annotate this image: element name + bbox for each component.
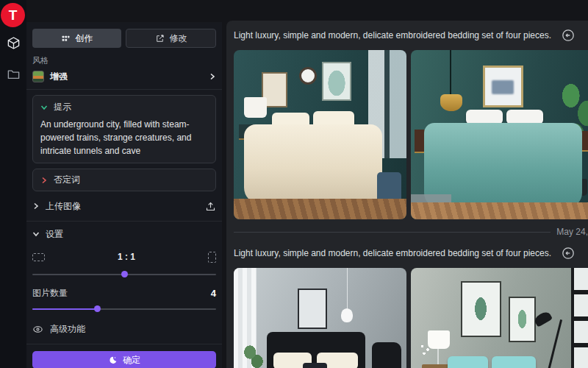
divider: [26, 221, 222, 222]
image-count-value: 4: [211, 288, 216, 299]
chevron-down-icon: [32, 230, 40, 238]
models-cube-icon[interactable]: [6, 35, 21, 50]
mode-tabs: 创作 修改: [32, 29, 216, 48]
generation-panel: 创作 修改 风格 增强 提示 An underground city, fill…: [26, 22, 222, 368]
image-count-label: 图片数量: [32, 287, 68, 300]
style-value: 增强: [50, 71, 203, 83]
slider-fill: [32, 308, 97, 310]
divider-line: [234, 232, 551, 233]
divider: [26, 89, 222, 90]
settings-label: 设置: [46, 228, 63, 241]
chevron-right-icon: [32, 202, 40, 210]
confirm-label: 确定: [123, 354, 140, 367]
tab-create-label: 创作: [76, 32, 93, 45]
generated-image-1[interactable]: [234, 50, 406, 219]
results-feed: Light luxury, simple and modern, delicat…: [226, 21, 588, 368]
advanced-label: 高级功能: [50, 323, 85, 336]
settings-header[interactable]: 设置: [32, 225, 216, 243]
eye-icon: [32, 324, 43, 335]
generated-image-4[interactable]: [411, 268, 588, 368]
upload-icon[interactable]: [205, 201, 216, 212]
files-folder-icon[interactable]: [6, 66, 21, 81]
slider-knob[interactable]: [94, 305, 101, 312]
chevron-right-icon[interactable]: [40, 177, 48, 184]
generated-image-2[interactable]: [411, 50, 588, 219]
negative-label: 否定词: [54, 174, 80, 186]
nav-rail: T: [0, 0, 26, 368]
prompt-text-input[interactable]: An underground city, filled with steam-p…: [40, 118, 208, 158]
style-section-label: 风格: [32, 55, 216, 66]
feed-prompt-row: Light luxury, simple and modern, delicat…: [234, 243, 588, 263]
image-count-row: 图片数量 4: [32, 287, 216, 300]
style-selector[interactable]: 增强: [32, 70, 216, 83]
upload-label: 上传图像: [46, 200, 81, 213]
tab-create[interactable]: 创作: [32, 29, 121, 48]
prompt-card[interactable]: 提示 An underground city, filled with stea…: [32, 95, 216, 163]
tab-modify-label: 修改: [170, 32, 187, 45]
chevron-right-icon: [209, 73, 216, 80]
date-label: May 24,: [556, 227, 588, 237]
feed-prompt-text: Light luxury, simple and modern, delicat…: [234, 30, 551, 40]
reuse-prompt-icon[interactable]: [562, 247, 575, 260]
upload-image-row[interactable]: 上传图像: [32, 197, 216, 215]
confirm-button[interactable]: 确定: [32, 351, 216, 368]
edit-icon: [155, 34, 165, 43]
reuse-prompt-icon[interactable]: [562, 29, 575, 42]
feed-prompt-text: Light luxury, simple and modern, delicat…: [234, 248, 551, 258]
portrait-ratio-icon[interactable]: [208, 252, 216, 263]
aspect-ratio-row: 1 : 1: [32, 249, 216, 265]
tab-modify[interactable]: 修改: [126, 29, 216, 48]
generated-image-3[interactable]: [234, 268, 406, 368]
grid-icon: [61, 34, 71, 43]
chevron-down-icon[interactable]: [40, 104, 48, 111]
aspect-ratio-slider[interactable]: [32, 271, 216, 278]
feed-prompt-row: Light luxury, simple and modern, delicat…: [234, 25, 588, 46]
date-divider: May 24,: [234, 219, 588, 244]
landscape-ratio-icon[interactable]: [32, 253, 45, 261]
negative-card[interactable]: 否定词: [32, 169, 216, 191]
image-count-slider[interactable]: [32, 305, 216, 313]
divider: [26, 344, 222, 344]
prompt-label: 提示: [54, 101, 71, 113]
magic-moon-icon: [108, 355, 118, 365]
style-thumbnail-icon: [32, 71, 44, 82]
aspect-ratio-value: 1 : 1: [45, 252, 208, 262]
image-row: [234, 268, 588, 368]
slider-knob[interactable]: [121, 271, 128, 277]
brand-logo[interactable]: T: [1, 3, 25, 27]
app-window: T 创作: [0, 0, 588, 368]
advanced-features-row[interactable]: 高级功能: [32, 323, 216, 336]
image-row: [234, 50, 588, 219]
